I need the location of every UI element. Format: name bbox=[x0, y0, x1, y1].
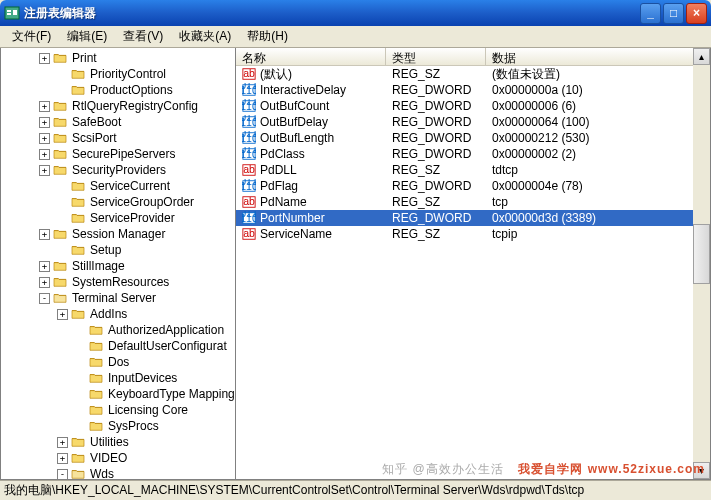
string-value-icon: ab bbox=[242, 67, 256, 81]
scroll-down-icon[interactable]: ▾ bbox=[693, 462, 710, 479]
tree-item[interactable]: KeyboardType Mapping bbox=[3, 386, 235, 402]
tree-item[interactable]: ServiceGroupOrder bbox=[3, 194, 235, 210]
tree-item[interactable]: +RtlQueryRegistryConfig bbox=[3, 98, 235, 114]
list-row[interactable]: ab(默认)REG_SZ(数值未设置) bbox=[236, 66, 710, 82]
tree-item[interactable]: ServiceCurrent bbox=[3, 178, 235, 194]
window-title: 注册表编辑器 bbox=[24, 5, 96, 22]
tree-item[interactable]: ProductOptions bbox=[3, 82, 235, 98]
tree-item[interactable]: +SafeBoot bbox=[3, 114, 235, 130]
expand-icon[interactable]: + bbox=[39, 101, 50, 112]
scroll-thumb[interactable] bbox=[693, 224, 710, 284]
list-row[interactable]: 011110OutBufDelayREG_DWORD0x00000064 (10… bbox=[236, 114, 710, 130]
menu-help[interactable]: 帮助(H) bbox=[239, 26, 296, 47]
menu-view[interactable]: 查看(V) bbox=[115, 26, 171, 47]
cell-data: tcp bbox=[486, 195, 710, 209]
tree-item[interactable]: Setup bbox=[3, 242, 235, 258]
expand-icon[interactable]: + bbox=[39, 165, 50, 176]
menu-favorites[interactable]: 收藏夹(A) bbox=[171, 26, 239, 47]
column-header-name[interactable]: 名称 bbox=[236, 48, 386, 65]
folder-icon bbox=[71, 436, 85, 448]
tree-item[interactable]: +SecurePipeServers bbox=[3, 146, 235, 162]
list-row[interactable]: abPdNameREG_SZtcp bbox=[236, 194, 710, 210]
expand-icon[interactable]: + bbox=[39, 133, 50, 144]
tree-item[interactable]: -Terminal Server bbox=[3, 290, 235, 306]
tree-item-label: DefaultUserConfigurat bbox=[106, 338, 229, 354]
folder-icon bbox=[89, 372, 103, 384]
expand-icon[interactable]: + bbox=[57, 453, 68, 464]
expand-icon[interactable]: + bbox=[39, 53, 50, 64]
tree-item[interactable]: -Wds bbox=[3, 466, 235, 479]
list-row[interactable]: abServiceNameREG_SZtcpip bbox=[236, 226, 710, 242]
menu-edit[interactable]: 编辑(E) bbox=[59, 26, 115, 47]
cell-type: REG_SZ bbox=[386, 163, 486, 177]
list-row[interactable]: 011110PdFlagREG_DWORD0x0000004e (78) bbox=[236, 178, 710, 194]
folder-icon bbox=[71, 308, 85, 320]
list-body[interactable]: ab(默认)REG_SZ(数值未设置)011110InteractiveDela… bbox=[236, 66, 710, 479]
cell-type: REG_SZ bbox=[386, 67, 486, 81]
tree-item-label: Licensing Core bbox=[106, 402, 190, 418]
tree-item[interactable]: AuthorizedApplication bbox=[3, 322, 235, 338]
expand-icon[interactable]: + bbox=[39, 149, 50, 160]
maximize-button[interactable]: □ bbox=[663, 3, 684, 24]
svg-text:110: 110 bbox=[242, 84, 256, 96]
list-vertical-scrollbar[interactable]: ▴ ▾ bbox=[693, 48, 710, 479]
collapse-icon[interactable]: - bbox=[39, 293, 50, 304]
tree-item-label: ServiceProvider bbox=[88, 210, 177, 226]
tree-item[interactable]: +ScsiPort bbox=[3, 130, 235, 146]
tree-item-label: SystemResources bbox=[70, 274, 171, 290]
list-row[interactable]: 011110InteractiveDelayREG_DWORD0x0000000… bbox=[236, 82, 710, 98]
tree-item[interactable]: InputDevices bbox=[3, 370, 235, 386]
tree-item[interactable]: ServiceProvider bbox=[3, 210, 235, 226]
tree-item[interactable]: +VIDEO bbox=[3, 450, 235, 466]
expand-icon[interactable]: + bbox=[39, 229, 50, 240]
menu-file[interactable]: 文件(F) bbox=[4, 26, 59, 47]
tree-item[interactable]: +Utilities bbox=[3, 434, 235, 450]
folder-icon bbox=[53, 276, 67, 288]
scroll-up-icon[interactable]: ▴ bbox=[693, 48, 710, 65]
tree-item-label: ProductOptions bbox=[88, 82, 175, 98]
close-button[interactable]: × bbox=[686, 3, 707, 24]
tree-item[interactable]: PriorityControl bbox=[3, 66, 235, 82]
folder-icon bbox=[53, 228, 67, 240]
cell-data: tcpip bbox=[486, 227, 710, 241]
tree-item[interactable]: +SystemResources bbox=[3, 274, 235, 290]
tree-item-label: Wds bbox=[88, 466, 116, 479]
tree-item[interactable]: SysProcs bbox=[3, 418, 235, 434]
list-row[interactable]: abPdDLLREG_SZtdtcp bbox=[236, 162, 710, 178]
tree-item[interactable]: +SecurityProviders bbox=[3, 162, 235, 178]
client-area: +PrintPriorityControlProductOptions+RtlQ… bbox=[0, 48, 711, 480]
cell-name: 011110PdClass bbox=[236, 147, 386, 161]
tree-item-label: Utilities bbox=[88, 434, 131, 450]
column-header-data[interactable]: 数据 bbox=[486, 48, 710, 65]
cell-name: 011110InteractiveDelay bbox=[236, 83, 386, 97]
status-path: 我的电脑\HKEY_LOCAL_MACHINE\SYSTEM\CurrentCo… bbox=[4, 482, 584, 499]
tree-item[interactable]: +AddIns bbox=[3, 306, 235, 322]
folder-icon bbox=[53, 164, 67, 176]
list-row[interactable]: 011110OutBufCountREG_DWORD0x00000006 (6) bbox=[236, 98, 710, 114]
expand-icon[interactable]: + bbox=[57, 309, 68, 320]
cell-type: REG_DWORD bbox=[386, 131, 486, 145]
tree-item[interactable]: +Print bbox=[3, 50, 235, 66]
expand-icon[interactable]: + bbox=[39, 261, 50, 272]
svg-text:110: 110 bbox=[242, 132, 256, 144]
expand-icon[interactable]: + bbox=[39, 117, 50, 128]
list-row[interactable]: 011110PdClassREG_DWORD0x00000002 (2) bbox=[236, 146, 710, 162]
cell-name: 011110PdFlag bbox=[236, 179, 386, 193]
collapse-icon[interactable]: - bbox=[57, 469, 68, 480]
cell-data: 0x0000004e (78) bbox=[486, 179, 710, 193]
column-header-type[interactable]: 类型 bbox=[386, 48, 486, 65]
cell-type: REG_SZ bbox=[386, 195, 486, 209]
tree-pane[interactable]: +PrintPriorityControlProductOptions+RtlQ… bbox=[1, 48, 236, 479]
tree-item-label: AuthorizedApplication bbox=[106, 322, 226, 338]
minimize-button[interactable]: _ bbox=[640, 3, 661, 24]
tree-item[interactable]: Licensing Core bbox=[3, 402, 235, 418]
tree-item[interactable]: +StillImage bbox=[3, 258, 235, 274]
tree-item[interactable]: DefaultUserConfigurat bbox=[3, 338, 235, 354]
tree-item[interactable]: Dos bbox=[3, 354, 235, 370]
tree-item[interactable]: +Session Manager bbox=[3, 226, 235, 242]
expand-icon[interactable]: + bbox=[57, 437, 68, 448]
list-row[interactable]: 011110PortNumberREG_DWORD0x00000d3d (338… bbox=[236, 210, 710, 226]
expand-icon[interactable]: + bbox=[39, 277, 50, 288]
list-row[interactable]: 011110OutBufLengthREG_DWORD0x00000212 (5… bbox=[236, 130, 710, 146]
folder-icon bbox=[71, 84, 85, 96]
